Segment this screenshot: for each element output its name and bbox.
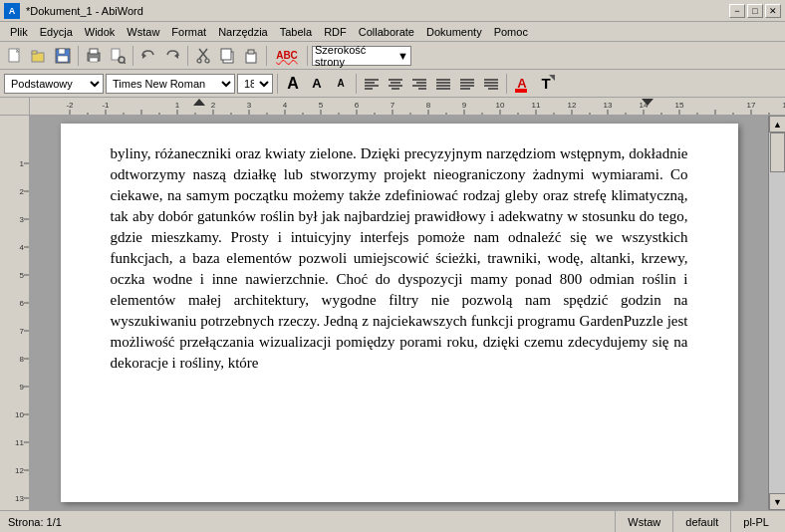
status-right: Wstaw default pl-PL [615, 511, 781, 533]
separator8 [506, 74, 507, 94]
justify3-button[interactable] [480, 73, 502, 95]
window-controls: − □ ✕ [729, 4, 781, 18]
svg-line-11 [124, 62, 126, 64]
align-right-button[interactable] [408, 73, 430, 95]
separator2 [132, 46, 133, 66]
style-dropdown[interactable]: Podstawowy [4, 74, 104, 94]
separator6 [277, 74, 278, 94]
menu-item-collaborate[interactable]: Collaborate [353, 24, 420, 40]
undo-button[interactable] [137, 45, 159, 67]
spellcheck-icon: ABC [276, 50, 298, 61]
align-left-button[interactable] [361, 73, 383, 95]
preview-button[interactable] [107, 45, 129, 67]
justify2-button[interactable] [456, 73, 478, 95]
open-button[interactable] [28, 45, 50, 67]
menu-item-format[interactable]: Format [165, 24, 212, 40]
svg-marker-13 [174, 53, 178, 59]
dropdown-arrow-icon: ▼ [397, 50, 408, 62]
font-size-small-button[interactable]: A [330, 73, 352, 95]
page-status: Strona: 1/1 [4, 516, 615, 528]
separator7 [356, 74, 357, 94]
align-justify-button[interactable] [432, 73, 454, 95]
page-width-dropdown[interactable]: Szerokość strony ▼ [312, 46, 411, 66]
svg-rect-19 [221, 49, 231, 60]
redo-button[interactable] [161, 45, 183, 67]
font-dropdown[interactable]: Times New Roman [106, 74, 235, 94]
menu-item-narzędzia[interactable]: Narzędzia [212, 24, 274, 40]
font-size-medium-button[interactable]: A [306, 73, 328, 95]
font-color-button[interactable]: A [511, 73, 533, 95]
app-icon: A [4, 3, 20, 19]
menu-item-edycja[interactable]: Edycja [34, 24, 79, 40]
paste-button[interactable] [240, 45, 262, 67]
main-area: byliny, różaneczniki oraz kwiaty zielone… [0, 116, 785, 510]
menu-item-widok[interactable]: Widok [79, 24, 122, 40]
separator5 [307, 46, 308, 66]
align-center-button[interactable] [385, 73, 406, 95]
cut-button[interactable] [192, 45, 214, 67]
save-button[interactable] [52, 45, 74, 67]
insert-mode: Wstaw [615, 511, 672, 533]
status-bar: Strona: 1/1 Wstaw default pl-PL [0, 510, 785, 532]
language-default: default [672, 511, 730, 533]
font-size-large-button[interactable]: A [282, 73, 304, 95]
menu-item-plik[interactable]: Plik [4, 24, 34, 40]
menu-item-pomoc[interactable]: Pomoc [488, 24, 534, 40]
menu-item-dokumenty[interactable]: Dokumenty [420, 24, 488, 40]
page-content[interactable]: byliny, różaneczniki oraz kwiaty zielone… [111, 143, 688, 374]
menu-bar: PlikEdycjaWidokWstawFormatNarzędziaTabel… [0, 22, 785, 42]
svg-marker-12 [142, 53, 146, 59]
scroll-thumb[interactable] [770, 133, 785, 172]
new-button[interactable] [4, 45, 26, 67]
svg-rect-46 [515, 89, 527, 93]
separator [78, 46, 79, 66]
copy-button[interactable] [216, 45, 238, 67]
svg-point-17 [205, 59, 209, 63]
menu-item-rdf[interactable]: RDF [318, 24, 353, 40]
svg-rect-8 [90, 58, 98, 62]
spellcheck-button[interactable]: ABC [271, 45, 303, 67]
minimize-button[interactable]: − [729, 4, 745, 18]
separator4 [266, 46, 267, 66]
menu-item-wstaw[interactable]: Wstaw [121, 24, 165, 40]
document-text: byliny, różaneczniki oraz kwiaty zielone… [111, 143, 688, 374]
text-style-button[interactable]: T [535, 73, 557, 95]
toolbar2: Podstawowy Times New Roman 18 A A A A T [0, 70, 785, 98]
svg-marker-47 [549, 75, 555, 81]
size-dropdown[interactable]: 18 [237, 74, 273, 94]
toolbar1: ABC Szerokość strony ▼ [0, 42, 785, 70]
title-bar: A *Dokument_1 - AbiWord − □ ✕ [0, 0, 785, 22]
vertical-ruler [0, 116, 30, 510]
maximize-button[interactable]: □ [747, 4, 763, 18]
scroll-down-button[interactable]: ▼ [769, 493, 785, 510]
svg-rect-5 [58, 56, 68, 62]
scroll-track[interactable] [769, 133, 785, 493]
locale: pl-PL [730, 511, 781, 533]
page-width-label: Szerokość strony [315, 44, 397, 68]
close-button[interactable]: ✕ [765, 4, 781, 18]
svg-point-16 [197, 59, 201, 63]
horizontal-ruler [0, 98, 785, 116]
print-button[interactable] [83, 45, 105, 67]
document-area[interactable]: byliny, różaneczniki oraz kwiaty zielone… [30, 116, 768, 510]
title-bar-left: A *Dokument_1 - AbiWord [4, 3, 143, 19]
svg-rect-21 [248, 50, 254, 54]
document-page: byliny, różaneczniki oraz kwiaty zielone… [61, 124, 738, 502]
svg-rect-4 [59, 49, 65, 54]
title-text: *Dokument_1 - AbiWord [26, 5, 143, 17]
separator3 [187, 46, 188, 66]
vertical-scrollbar[interactable]: ▲ ▼ [768, 116, 785, 510]
scroll-up-button[interactable]: ▲ [769, 116, 785, 133]
menu-item-tabela[interactable]: Tabela [274, 24, 318, 40]
svg-rect-2 [32, 51, 37, 54]
svg-rect-7 [90, 49, 98, 54]
